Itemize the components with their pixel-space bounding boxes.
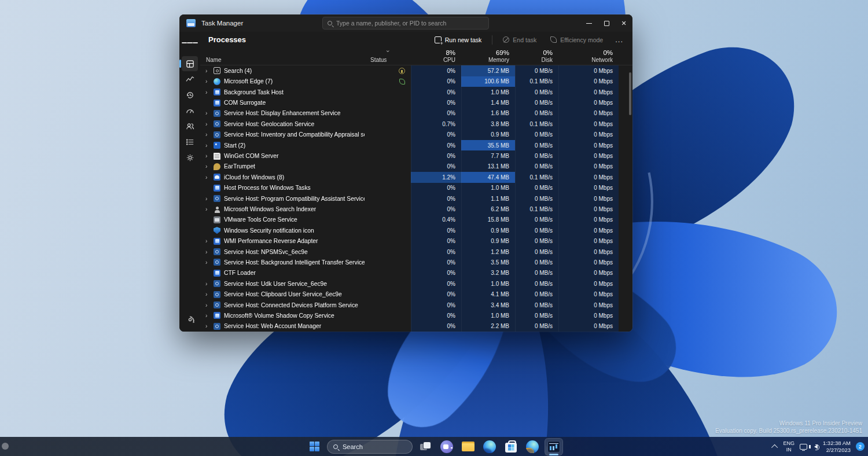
clock[interactable]: 1:32:38 AM 2/27/2023 [823,440,851,454]
efficiency-mode-button[interactable]: Efficiency mode [545,34,608,46]
expand-chevron-icon[interactable]: › [205,238,210,244]
table-row[interactable]: › Search (4) 0% 57.2 MB 0 MB/s 0 Mbps [200,65,632,76]
expand-chevron-icon[interactable]: › [205,312,210,319]
chat-button[interactable] [438,439,455,455]
expand-chevron-icon[interactable]: › [205,302,210,308]
expand-chevron-icon[interactable]: › [205,163,210,170]
column-header-disk[interactable]: 0% Disk [515,47,558,65]
sidebar-item-processes[interactable] [182,56,198,71]
process-name: Service Host: Web Account Manager [224,323,321,329]
table-row[interactable]: › Start (2) 0% 35.5 MB 0 MB/s 0 Mbps [200,140,632,150]
sidebar-item-performance[interactable] [182,72,198,87]
menu-icon[interactable] [182,35,198,50]
cpu-cell: 0% [411,76,461,87]
widgets-icon[interactable] [2,443,9,450]
table-row[interactable]: › Service Host: Web Account Manager 0% 2… [200,321,632,332]
process-rows: › Search (4) 0% 57.2 MB 0 MB/s 0 Mbps › … [200,65,632,332]
expand-chevron-icon[interactable]: › [205,206,210,212]
table-row[interactable]: › Service Host: Program Compatibility As… [200,193,632,204]
more-options-button[interactable]: ... [612,35,627,44]
disk-cell: 0 MB/s [515,130,558,140]
scrollbar[interactable] [629,56,631,328]
table-row[interactable]: › CTF Loader 0% 3.2 MB 0 MB/s 0 Mbps [200,268,632,278]
close-button[interactable]: ✕ [615,14,632,32]
expand-chevron-icon[interactable]: › [205,291,210,297]
table-row[interactable]: › Service Host: Clipboard User Service_6… [200,289,632,299]
expand-chevron-icon[interactable]: › [205,68,210,74]
table-row[interactable]: › WinGet COM Server 0% 7.7 MB 0 MB/s 0 M… [200,150,632,161]
table-row[interactable]: › VMware Tools Core Service 0.4% 15.8 MB… [200,215,632,225]
expand-chevron-icon[interactable]: › [205,89,210,95]
expand-chevron-icon[interactable]: › [205,78,210,84]
table-row[interactable]: › Service Host: Inventory and Compatibil… [200,130,632,140]
column-header-status[interactable]: › Status [365,47,411,65]
scrollbar-thumb[interactable] [629,72,631,115]
column-header-cpu[interactable]: 8% CPU [411,47,461,65]
expand-chevron-icon[interactable]: › [205,153,210,159]
column-header-network[interactable]: 0% Network [558,47,619,65]
expand-chevron-icon[interactable]: › [205,174,210,181]
network-cell: 0 Mbps [558,140,619,150]
tray-overflow-chevron-icon[interactable] [771,444,778,450]
process-search-box[interactable] [322,17,489,30]
process-name: COM Surrogate [224,100,266,106]
cpu-cell: 0% [411,321,461,332]
process-search-input[interactable] [336,20,484,27]
expand-chevron-icon[interactable]: › [205,142,210,149]
titlebar[interactable]: Task Manager ✕ [179,14,632,32]
chevron-down-icon[interactable]: › [385,50,391,52]
table-row[interactable]: › WMI Performance Reverse Adapter 0% 0.9… [200,236,632,246]
sidebar-item-startup-apps[interactable] [182,103,198,118]
table-row[interactable]: › Service Host: Connected Devices Platfo… [200,300,632,310]
sidebar-item-settings[interactable] [182,312,198,327]
volume-icon[interactable] [812,444,818,449]
notification-badge[interactable]: 2 [856,442,865,451]
table-row[interactable]: › Service Host: Display Enhancement Serv… [200,108,632,119]
task-view-button[interactable] [417,439,434,455]
table-row[interactable]: › Microsoft® Volume Shadow Copy Service … [200,310,632,321]
expand-chevron-icon[interactable]: › [205,281,210,287]
expand-chevron-icon[interactable]: › [205,259,210,266]
cpu-cell: 0% [411,108,461,119]
store-button[interactable] [502,439,520,455]
taskbar-search[interactable]: Search [327,440,413,454]
table-row[interactable]: › COM Surrogate 0% 1.4 MB 0 MB/s 0 Mbps [200,97,632,108]
network-cell: 0 Mbps [558,65,619,76]
edge-button[interactable] [481,439,498,455]
table-row[interactable]: › iCloud for Windows (8) 1.2% 47.4 MB 0.… [200,172,632,182]
minimize-button[interactable] [580,14,598,32]
expand-chevron-icon[interactable]: › [205,110,210,116]
table-row[interactable]: › EarTrumpet 0% 13.1 MB 0 MB/s 0 Mbps [200,161,632,172]
expand-chevron-icon[interactable]: › [205,249,210,255]
table-row[interactable]: › Microsoft Windows Search Indexer 0% 6.… [200,204,632,214]
table-row[interactable]: › Service Host: Geolocation Service 0.7%… [200,119,632,129]
end-task-icon [503,36,509,43]
table-row[interactable]: › Microsoft Edge (7) 0% 100.6 MB 0.1 MB/… [200,76,632,87]
file-explorer-button[interactable] [459,439,477,455]
sidebar-item-details[interactable] [182,134,198,149]
task-manager-taskbar-button[interactable] [545,439,562,455]
sidebar-item-services[interactable] [182,150,198,165]
expand-chevron-icon[interactable]: › [205,131,210,138]
expand-chevron-icon[interactable]: › [205,323,210,329]
expand-chevron-icon[interactable]: › [205,121,210,127]
memory-cell: 1.0 MB [461,310,515,321]
table-row[interactable]: › Service Host: Background Intelligent T… [200,257,632,267]
column-header-name[interactable]: Name [200,47,365,65]
table-row[interactable]: › Host Process for Windows Tasks 0% 1.0 … [200,183,632,193]
network-icon[interactable] [800,444,807,450]
maximize-button[interactable] [598,14,615,32]
sidebar-item-app-history[interactable] [182,87,198,102]
expand-chevron-icon[interactable]: › [205,196,210,202]
language-indicator[interactable]: ENG IN [783,440,795,453]
sidebar-item-users[interactable] [182,119,198,134]
start-button[interactable] [306,439,323,455]
table-row[interactable]: › Service Host: NPSMSvc_6ec9e 0% 1.2 MB … [200,247,632,257]
end-task-button[interactable]: End task [498,34,542,46]
edge-canary-button[interactable] [524,439,541,455]
table-row[interactable]: › Service Host: Udk User Service_6ec9e 0… [200,278,632,289]
table-row[interactable]: › Windows Security notification icon 0% … [200,225,632,236]
run-new-task-button[interactable]: Run new task [429,34,487,46]
table-row[interactable]: › Background Task Host 0% 1.0 MB 0 MB/s … [200,87,632,97]
column-header-memory[interactable]: 69% Memory [461,47,515,65]
